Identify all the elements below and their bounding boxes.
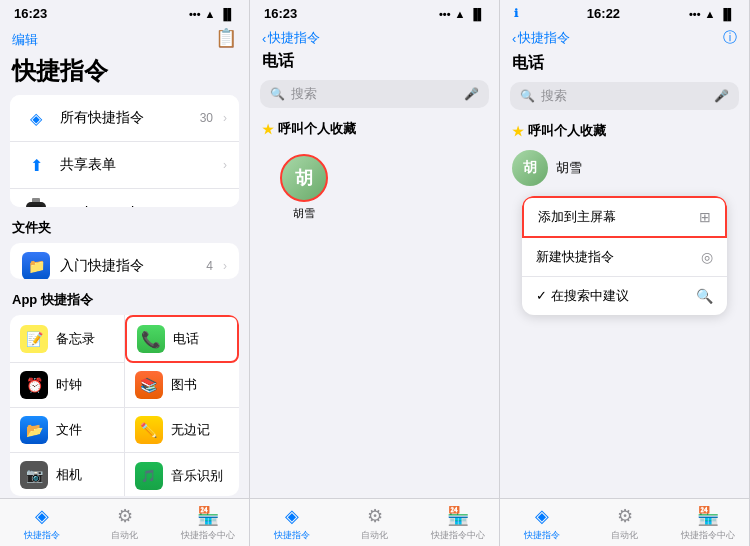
all-shortcuts-badge: 30 [200, 111, 213, 125]
status-bar-3: ℹ 16:22 ••• ▲ ▐▌ [500, 0, 749, 25]
tab-gallery-label-3: 快捷指令中心 [681, 529, 735, 542]
phone-label: 电话 [173, 330, 199, 348]
shortcuts-icon: ◈ [22, 104, 50, 132]
add-to-homescreen-item[interactable]: 添加到主屏幕 ⊞ [522, 196, 727, 238]
tab-bar-1: ◈ 快捷指令 ⚙ 自动化 🏪 快捷指令中心 [0, 498, 249, 546]
share-list-item[interactable]: ⬆ 共享表单 › [10, 142, 239, 189]
music-icon: 🎵 [135, 462, 163, 490]
all-shortcuts-label: 所有快捷指令 [60, 109, 190, 127]
tab-shortcuts-1[interactable]: ◈ 快捷指令 [0, 505, 83, 542]
auto-tab-icon: ⚙ [117, 505, 133, 527]
status-bar-2: 16:23 ••• ▲ ▐▌ [250, 0, 499, 25]
add-icon[interactable]: 📋 [215, 27, 237, 49]
battery-icon-3: ▐▌ [719, 8, 735, 20]
app-shortcuts-grid: 📝 备忘录 📞 电话 ⏰ 时钟 📚 图书 📂 文件 ✏️ 无边记 📷 相机 🎵 [10, 315, 239, 496]
nav-back-3[interactable]: ‹ 快捷指令 [512, 29, 570, 47]
signal-icon-2: ••• [439, 8, 451, 20]
auto-tab-icon-3: ⚙ [617, 505, 633, 527]
books-app-item[interactable]: 📚 图书 [125, 363, 240, 408]
apple-watch-item[interactable]: ⌚ Apple Watch 4 › [10, 189, 239, 207]
nav-back-2[interactable]: ‹ 快捷指令 [250, 25, 499, 49]
search-placeholder-3: 搜索 [541, 87, 708, 105]
clock-label: 时钟 [56, 376, 82, 394]
back-label-3[interactable]: 快捷指令 [518, 29, 570, 47]
apple-watch-label: Apple Watch [60, 204, 196, 207]
contact-avatar-3: 胡 [512, 150, 548, 186]
search-suggest-item[interactable]: ✓ 在搜索中建议 🔍 [522, 277, 727, 315]
contact-avatar-2: 胡 [280, 154, 328, 202]
camera-app-item[interactable]: 📷 相机 [10, 453, 125, 496]
contact-shortcut-2[interactable]: 胡 胡雪 [274, 154, 334, 221]
memo-label: 备忘录 [56, 330, 95, 348]
search-placeholder-2: 搜索 [291, 85, 458, 103]
context-menu: 添加到主屏幕 ⊞ 新建快捷指令 ◎ ✓ 在搜索中建议 🔍 [522, 196, 727, 315]
music-app-item[interactable]: 🎵 音乐识别 [125, 453, 240, 496]
files-icon: 📂 [20, 416, 48, 444]
tab-auto-label-3: 自动化 [611, 529, 638, 542]
tab-auto-label-2: 自动化 [361, 529, 388, 542]
info-btn-3[interactable]: ⓘ [723, 29, 737, 47]
chevron-icon-4: › [223, 259, 227, 273]
tab-gallery-1[interactable]: 🏪 快捷指令中心 [166, 505, 249, 542]
tab-auto-3[interactable]: ⚙ 自动化 [583, 505, 666, 542]
tab-shortcuts-label-3: 快捷指令 [524, 529, 560, 542]
search-icon-3: 🔍 [520, 89, 535, 103]
panel-phone-shortcuts: 16:23 ••• ▲ ▐▌ ‹ 快捷指令 电话 🔍 搜索 🎤 ★ 呼叫个人收藏… [250, 0, 500, 546]
apple-watch-badge: 4 [206, 205, 213, 207]
add-to-homescreen-label: 添加到主屏幕 [538, 208, 616, 226]
tab-shortcuts-2[interactable]: ◈ 快捷指令 [250, 505, 333, 542]
phone-app-item[interactable]: 📞 电话 [125, 315, 240, 363]
status-icons-2: ••• ▲ ▐▌ [439, 8, 485, 20]
new-shortcut-icon: ◎ [701, 249, 713, 265]
notes-app-item[interactable]: ✏️ 无边记 [125, 408, 240, 453]
chevron-icon-3: › [223, 205, 227, 207]
page-title-1: 快捷指令 [12, 57, 108, 84]
panel-shortcuts-main: 16:23 ••• ▲ ▐▌ 编辑 📋 快捷指令 ◈ 所有快捷指令 30 › ⬆… [0, 0, 250, 546]
search-bar-3[interactable]: 🔍 搜索 🎤 [510, 82, 739, 110]
auto-tab-icon-2: ⚙ [367, 505, 383, 527]
share-list-label: 共享表单 [60, 156, 213, 174]
battery-icon-2: ▐▌ [469, 8, 485, 20]
music-label: 音乐识别 [171, 467, 223, 485]
clock-app-item[interactable]: ⏰ 时钟 [10, 363, 125, 408]
back-label-2[interactable]: 快捷指令 [268, 29, 320, 47]
tab-auto-2[interactable]: ⚙ 自动化 [333, 505, 416, 542]
tab-gallery-2[interactable]: 🏪 快捷指令中心 [416, 505, 499, 542]
contact-name-2: 胡雪 [293, 206, 315, 221]
tab-gallery-3[interactable]: 🏪 快捷指令中心 [666, 505, 749, 542]
folder-section-title: 文件夹 [0, 209, 249, 241]
books-label: 图书 [171, 376, 197, 394]
star-icon-3: ★ [512, 124, 524, 139]
signal-icon-3: ••• [689, 8, 701, 20]
memo-app-item[interactable]: 📝 备忘录 [10, 315, 125, 363]
search-bar-2[interactable]: 🔍 搜索 🎤 [260, 80, 489, 108]
app-shortcuts-title: App 快捷指令 [0, 281, 249, 313]
intro-shortcuts-label: 入门快捷指令 [60, 257, 196, 275]
folder-list: 📁 入门快捷指令 4 › [10, 243, 239, 280]
share-icon: ⬆ [22, 151, 50, 179]
gallery-tab-icon-2: 🏪 [447, 505, 469, 527]
tab-bar-2: ◈ 快捷指令 ⚙ 自动化 🏪 快捷指令中心 [250, 498, 499, 546]
tab-auto-1[interactable]: ⚙ 自动化 [83, 505, 166, 542]
tab-shortcuts-3[interactable]: ◈ 快捷指令 [500, 505, 583, 542]
tab-gallery-label-1: 快捷指令中心 [181, 529, 235, 542]
notes-label: 无边记 [171, 421, 210, 439]
chevron-icon-2: › [223, 158, 227, 172]
shortcuts-tab-icon-3: ◈ [535, 505, 549, 527]
add-homescreen-icon: ⊞ [699, 209, 711, 225]
notes-icon: ✏️ [135, 416, 163, 444]
tab-bar-3: ◈ 快捷指令 ⚙ 自动化 🏪 快捷指令中心 [500, 498, 749, 546]
wifi-icon: ▲ [205, 8, 216, 20]
intro-shortcuts-item[interactable]: 📁 入门快捷指令 4 › [10, 243, 239, 280]
mic-icon-3: 🎤 [714, 89, 729, 103]
contact-initials-2: 胡 [295, 166, 313, 190]
intro-badge: 4 [206, 259, 213, 273]
status-time-2: 16:23 [264, 6, 297, 21]
new-shortcut-item[interactable]: 新建快捷指令 ◎ [522, 238, 727, 277]
all-shortcuts-item[interactable]: ◈ 所有快捷指令 30 › [10, 95, 239, 142]
shortcuts-tab-icon: ◈ [35, 505, 49, 527]
new-shortcut-label: 新建快捷指令 [536, 248, 614, 266]
files-app-item[interactable]: 📂 文件 [10, 408, 125, 453]
edit-button[interactable]: 编辑 [12, 31, 38, 49]
contact-name-3: 胡雪 [556, 159, 582, 177]
